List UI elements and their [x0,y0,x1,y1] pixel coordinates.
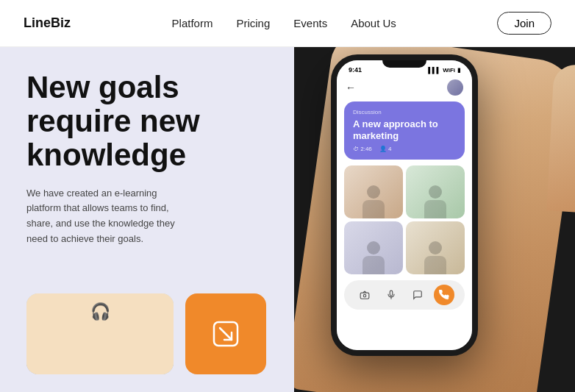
time-icon: ⏱ 2:46 [353,146,372,152]
discussion-meta: ⏱ 2:46 👤 4 [353,146,456,152]
nav-item-events[interactable]: Events [293,17,327,30]
svg-point-3 [363,295,366,298]
battery-icon: ▮ [457,67,460,74]
discussion-label: Discussion [353,109,456,115]
phone-header: ← [337,76,472,101]
navbar: LineBiz Platform Pricing Events About Us… [0,0,575,47]
brand-logo: LineBiz [24,15,71,31]
phone-time: 9:41 [349,66,362,74]
nav-item-platform[interactable]: Platform [172,17,213,30]
woman-photo-image [26,293,174,374]
wifi-icon: WiFi [443,67,455,74]
chat-icon [413,290,423,300]
person-2 [424,185,446,218]
back-button[interactable]: ← [346,82,356,93]
bottom-cards [26,293,274,374]
user-avatar [447,79,463,96]
left-panel: New goals require new knowledge We have … [0,47,294,392]
nav-item-pricing[interactable]: Pricing [236,17,270,30]
hero-description: We have created an e-learning platform t… [26,186,188,247]
camera-button[interactable] [354,285,375,305]
signal-icon: ▌▌▌ [428,67,440,74]
video-cell-3 [344,221,403,274]
join-button[interactable]: Join [497,12,551,35]
discussion-title: A new approach to marketing [353,118,456,141]
nav-item-about[interactable]: About Us [351,17,396,30]
phone-call-button[interactable] [434,285,454,305]
video-cell-4 [406,221,465,274]
arrow-down-right-icon [208,316,243,352]
svg-rect-2 [360,293,369,299]
hero-headline: New goals require new knowledge [26,71,274,173]
status-icons: ▌▌▌ WiFi ▮ [428,67,460,74]
discussion-card: Discussion A new approach to marketing ⏱… [344,101,465,160]
orange-arrow-card[interactable] [185,293,266,374]
video-grid [344,165,465,274]
phone-call-icon [439,290,449,300]
chat-button[interactable] [407,285,428,305]
woman-photo-card [26,293,174,374]
main-content: New goals require new knowledge We have … [0,47,575,392]
camera-icon [360,290,370,300]
video-cell-2 [406,165,465,218]
svg-rect-4 [390,291,393,296]
right-panel: 9:41 ▌▌▌ WiFi ▮ ← Discussion A new appro… [294,47,575,392]
mic-icon [386,290,396,300]
phone-mockup: 9:41 ▌▌▌ WiFi ▮ ← Discussion A new appro… [331,54,478,356]
nav-links: Platform Pricing Events About Us [172,17,396,30]
video-cell-1 [344,165,403,218]
person-4 [424,241,446,274]
phone-screen: 9:41 ▌▌▌ WiFi ▮ ← Discussion A new appro… [337,60,472,350]
mic-button[interactable] [381,285,401,305]
phone-bottom-bar [344,280,465,310]
person-3 [362,241,385,274]
person-1 [362,185,385,218]
phone-notch [382,60,426,68]
people-icon: 👤 4 [379,146,392,152]
svg-line-1 [220,328,232,340]
